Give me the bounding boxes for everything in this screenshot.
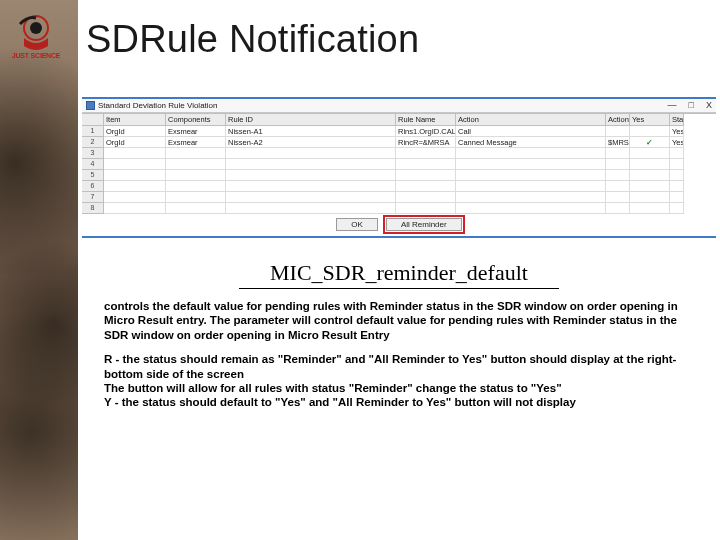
cell[interactable]: [226, 181, 396, 192]
cell[interactable]: [606, 170, 630, 181]
col-header-blank: [82, 114, 104, 126]
rules-grid: Item Components Rule ID Rule Name Action…: [82, 113, 716, 214]
cell[interactable]: [104, 203, 166, 214]
cell[interactable]: [396, 170, 456, 181]
cell[interactable]: [396, 148, 456, 159]
col-header-status: Status: [670, 114, 684, 126]
cell[interactable]: [670, 181, 684, 192]
cell[interactable]: [456, 181, 606, 192]
window-titlebar: Standard Deviation Rule Violation — □ X: [82, 99, 716, 113]
cell[interactable]: [630, 203, 670, 214]
section-body: controls the default value for pending r…: [78, 289, 720, 410]
cell[interactable]: [166, 181, 226, 192]
logo-text: JUST SCIENCE: [12, 52, 61, 59]
cell[interactable]: [396, 159, 456, 170]
cell-yes[interactable]: ✓: [630, 137, 670, 148]
cell[interactable]: [166, 159, 226, 170]
cell[interactable]: [670, 148, 684, 159]
row-number: 4: [82, 159, 104, 170]
cell[interactable]: [226, 203, 396, 214]
col-header-rulename: Rule Name: [396, 114, 456, 126]
cell[interactable]: [396, 203, 456, 214]
cell[interactable]: [104, 181, 166, 192]
minimize-button[interactable]: —: [668, 101, 677, 110]
row-number: 7: [82, 192, 104, 203]
cell[interactable]: [670, 170, 684, 181]
side-texture: [0, 0, 78, 540]
col-header-actionvalue: Action Value: [606, 114, 630, 126]
cell[interactable]: OrgId: [104, 137, 166, 148]
row-number: 3: [82, 148, 104, 159]
brand-logo: JUST SCIENCE: [6, 6, 66, 66]
cell[interactable]: [104, 170, 166, 181]
cell[interactable]: [456, 170, 606, 181]
cell[interactable]: [166, 170, 226, 181]
cell[interactable]: [166, 203, 226, 214]
cell[interactable]: [606, 203, 630, 214]
close-button[interactable]: X: [706, 101, 712, 110]
row-number: 8: [82, 203, 104, 214]
row-number: 1: [82, 126, 104, 137]
cell[interactable]: Exsmear: [166, 126, 226, 137]
col-header-yes: Yes: [630, 114, 670, 126]
cell[interactable]: OrgId: [104, 126, 166, 137]
cell[interactable]: [630, 170, 670, 181]
cell-yes[interactable]: [630, 126, 670, 137]
section-heading: MIC_SDR_reminder_default: [239, 260, 559, 289]
cell[interactable]: [104, 148, 166, 159]
svg-point-1: [30, 22, 42, 34]
cell[interactable]: [396, 192, 456, 203]
cell[interactable]: Yes: [670, 126, 684, 137]
cell[interactable]: Canned Message: [456, 137, 606, 148]
cell[interactable]: [456, 203, 606, 214]
cell[interactable]: Nissen-A2: [226, 137, 396, 148]
text-line: Y - the status should default to "Yes" a…: [104, 396, 576, 408]
cell[interactable]: [606, 148, 630, 159]
ok-button[interactable]: OK: [336, 218, 378, 231]
cell[interactable]: Exsmear: [166, 137, 226, 148]
text-line: The button will allow for all rules with…: [104, 382, 562, 394]
maximize-button[interactable]: □: [689, 101, 694, 110]
cell[interactable]: [606, 126, 630, 137]
cell[interactable]: [166, 192, 226, 203]
cell[interactable]: Rins1.OrgID.CAL Id. Also change organism…: [396, 126, 456, 137]
cell[interactable]: Call: [456, 126, 606, 137]
cell[interactable]: Yes: [670, 137, 684, 148]
cell[interactable]: [456, 148, 606, 159]
cell[interactable]: [226, 159, 396, 170]
cell[interactable]: [456, 192, 606, 203]
col-header-components: Components: [166, 114, 226, 126]
paragraph: R - the status should remain as "Reminde…: [104, 352, 702, 410]
cell[interactable]: [226, 148, 396, 159]
cell[interactable]: [630, 148, 670, 159]
cell[interactable]: [226, 170, 396, 181]
cell[interactable]: [104, 159, 166, 170]
col-header-item: Item: [104, 114, 166, 126]
col-header-action: Action: [456, 114, 606, 126]
cell[interactable]: [456, 159, 606, 170]
cell[interactable]: Nissen-A1: [226, 126, 396, 137]
cell[interactable]: [606, 192, 630, 203]
cell[interactable]: [226, 192, 396, 203]
cell[interactable]: [606, 159, 630, 170]
cell[interactable]: [670, 203, 684, 214]
slide-content: SDRule Notification Standard Deviation R…: [78, 0, 720, 540]
row-number: 6: [82, 181, 104, 192]
cell[interactable]: [606, 181, 630, 192]
screenshot-window: Standard Deviation Rule Violation — □ X …: [82, 97, 716, 238]
col-header-ruleid: Rule ID: [226, 114, 396, 126]
cell[interactable]: [630, 192, 670, 203]
cell[interactable]: [630, 181, 670, 192]
window-title: Standard Deviation Rule Violation: [98, 101, 217, 110]
cell[interactable]: [166, 148, 226, 159]
slide-title: SDRule Notification: [78, 0, 720, 61]
cell[interactable]: $MRSA: [606, 137, 630, 148]
cell[interactable]: [396, 181, 456, 192]
cell[interactable]: RincR=&MRSA: [396, 137, 456, 148]
all-reminder-button[interactable]: All Reminder: [386, 218, 462, 231]
cell[interactable]: [630, 159, 670, 170]
paragraph: controls the default value for pending r…: [104, 299, 702, 342]
cell[interactable]: [104, 192, 166, 203]
cell[interactable]: [670, 192, 684, 203]
cell[interactable]: [670, 159, 684, 170]
